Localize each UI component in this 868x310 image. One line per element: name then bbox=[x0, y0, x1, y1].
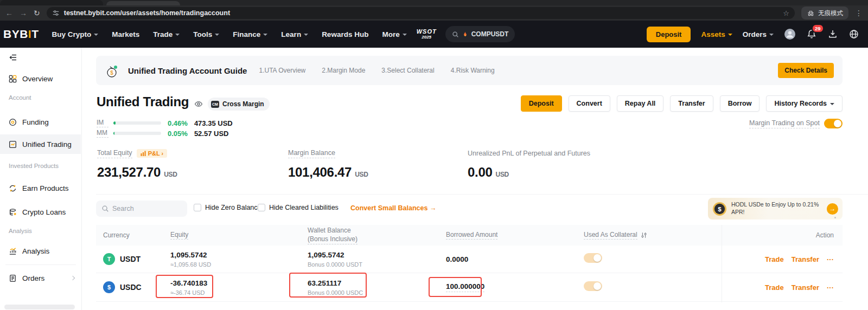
table-row-usdc: $ USDC -36.740183 ≈-36.74 USD 63.251117 … bbox=[96, 273, 843, 302]
deposit-button[interactable]: Deposit bbox=[521, 95, 562, 112]
menu-finance[interactable]: Finance bbox=[233, 30, 267, 38]
nav-orders[interactable]: Orders bbox=[743, 30, 774, 38]
unrealized-pnl-unit: USD bbox=[496, 171, 509, 178]
nav-deposit-button[interactable]: Deposit bbox=[647, 27, 691, 42]
equity-cell: -36.740183 ≈-36.74 USD bbox=[170, 279, 207, 296]
chevron-down-icon bbox=[263, 34, 267, 36]
sidebar-item-overview[interactable]: Overview bbox=[0, 69, 81, 88]
total-equity-label: Total Equity bbox=[97, 149, 132, 158]
chevron-down-icon bbox=[728, 34, 732, 36]
assets-table-body: T USDT 1,095.5742 ≈1,095.68 USD 1,095.57… bbox=[96, 246, 843, 302]
filter-icon[interactable] bbox=[641, 232, 647, 238]
browser-tab[interactable] bbox=[0, 0, 103, 5]
reload-icon[interactable]: ↻ bbox=[34, 9, 40, 17]
wsot-2025-logo[interactable]: WSOT 2025 bbox=[417, 29, 437, 40]
sidebar-item-earn-products[interactable]: Earn Products bbox=[0, 178, 81, 198]
forward-icon[interactable]: → bbox=[20, 9, 27, 17]
collateral-toggle[interactable] bbox=[584, 281, 602, 291]
menu-rewards-hub[interactable]: Rewards Hub bbox=[322, 30, 368, 38]
browser-tab[interactable] bbox=[106, 1, 180, 5]
usde-coin-icon: $ bbox=[712, 202, 727, 216]
margin-balance-value: 101,406.47 bbox=[288, 165, 352, 180]
guide-step-1[interactable]: 1.UTA Overview bbox=[259, 67, 305, 74]
margin-trading-on-spot: Margin Trading on Spot bbox=[749, 119, 843, 128]
bookmark-star-icon[interactable]: ☆ bbox=[783, 9, 789, 17]
section-divider bbox=[96, 194, 868, 195]
sidebar-item-crypto-loans[interactable]: Crypto Loans bbox=[0, 202, 81, 222]
navbar-right: Deposit Assets Orders 29 bbox=[647, 27, 868, 42]
browser-tab-strip bbox=[0, 0, 868, 5]
total-equity-stat: Total Equity P&L › 231,527.70USD bbox=[97, 149, 177, 180]
menu-markets[interactable]: Markets bbox=[112, 30, 139, 38]
margin-mode-badge[interactable]: CM Cross Margin bbox=[208, 98, 270, 111]
toggle-balance-visibility[interactable] bbox=[194, 100, 203, 108]
site-settings-icon bbox=[52, 9, 60, 17]
collateral-toggle[interactable] bbox=[584, 253, 602, 263]
download-app[interactable] bbox=[827, 29, 838, 40]
chevron-down-icon bbox=[769, 34, 774, 36]
menu-tools[interactable]: Tools bbox=[193, 30, 219, 38]
browser-menu-icon[interactable]: ⋮ bbox=[855, 9, 863, 17]
language-globe[interactable] bbox=[848, 29, 859, 40]
header-equity: Equity bbox=[170, 225, 188, 246]
im-percent: 0.46% bbox=[168, 119, 188, 127]
guide-step-3[interactable]: 3.Select Collateral bbox=[381, 67, 434, 74]
margin-trading-toggle[interactable] bbox=[824, 119, 843, 128]
orders-label: Orders bbox=[743, 30, 767, 38]
convert-small-balances-link[interactable]: Convert Small Balances → bbox=[350, 204, 436, 212]
history-records-button[interactable]: History Records bbox=[766, 95, 843, 112]
sidebar-item-analysis[interactable]: Analysis bbox=[0, 241, 81, 261]
notifications-bell[interactable]: 29 bbox=[806, 29, 817, 40]
pnl-badge-label: P&L › bbox=[148, 150, 164, 157]
currency-name: USDC bbox=[120, 283, 142, 292]
hide-cleared-liabilities-checkbox[interactable]: Hide Cleared Liabilities bbox=[258, 204, 339, 211]
asset-search[interactable] bbox=[96, 201, 187, 217]
sidebar-scroll-handle[interactable] bbox=[4, 305, 75, 309]
menu-trade[interactable]: Trade bbox=[153, 30, 180, 38]
sidebar-item-label: Unified Trading bbox=[22, 140, 72, 148]
repay-all-button[interactable]: Repay All bbox=[617, 95, 664, 112]
menu-more[interactable]: More bbox=[382, 30, 406, 38]
more-actions[interactable]: ··· bbox=[827, 255, 834, 263]
usdc-coin-icon: $ bbox=[103, 281, 115, 293]
sidebar-item-label: Overview bbox=[22, 75, 53, 83]
check-details-button[interactable]: Check Details bbox=[778, 63, 834, 78]
guide-step-4[interactable]: 4.Risk Warning bbox=[451, 67, 495, 74]
pnl-badge[interactable]: P&L › bbox=[137, 149, 168, 158]
search-input[interactable] bbox=[112, 205, 172, 212]
search-icon bbox=[101, 205, 109, 212]
sidebar-item-funding[interactable]: Funding bbox=[0, 112, 81, 132]
ticker-search[interactable]: COMPUSDT bbox=[445, 26, 515, 42]
menu-label: Markets bbox=[112, 30, 139, 38]
nav-assets[interactable]: Assets bbox=[701, 30, 732, 38]
bybit-logo[interactable]: BYBIT bbox=[3, 28, 39, 41]
im-label: IM bbox=[97, 119, 108, 127]
collapse-icon bbox=[9, 53, 17, 62]
wallet-balance-cell: 1,095.5742 Bonus 0.0000 USDT bbox=[308, 251, 362, 268]
sidebar: Overview Account Funding Unified Trading… bbox=[0, 48, 82, 310]
trade-link[interactable]: Trade bbox=[765, 283, 784, 292]
borrow-button[interactable]: Borrow bbox=[720, 95, 760, 112]
cross-margin-icon: CM bbox=[211, 101, 219, 108]
menu-learn[interactable]: Learn bbox=[281, 30, 308, 38]
transfer-link[interactable]: Transfer bbox=[792, 283, 819, 292]
transfer-button[interactable]: Transfer bbox=[670, 95, 713, 112]
guide-step-2[interactable]: 2.Margin Mode bbox=[322, 67, 365, 74]
menu-buy-crypto[interactable]: Buy Crypto bbox=[52, 30, 99, 38]
sidebar-item-unified-trading[interactable]: Unified Trading bbox=[0, 134, 81, 154]
transfer-link[interactable]: Transfer bbox=[792, 255, 819, 263]
mm-value: 52.57 USD bbox=[194, 130, 229, 138]
total-equity-value: 231,527.70 bbox=[97, 165, 161, 180]
sidebar-collapse-button[interactable] bbox=[9, 53, 17, 62]
back-icon[interactable]: ← bbox=[5, 9, 13, 17]
address-bar[interactable]: testnet.bybit.com/user/assets/home/tradi… bbox=[47, 7, 795, 19]
trade-link[interactable]: Trade bbox=[765, 255, 784, 263]
more-actions[interactable]: ··· bbox=[827, 283, 834, 292]
hide-zero-balances-checkbox[interactable]: Hide Zero Balances bbox=[194, 204, 265, 211]
promo-arrow-button[interactable]: → bbox=[827, 203, 838, 215]
flame-icon bbox=[462, 31, 468, 38]
convert-button[interactable]: Convert bbox=[569, 95, 610, 112]
sidebar-item-orders[interactable]: Orders bbox=[0, 268, 81, 288]
url-text: testnet.bybit.com/user/assets/home/tradi… bbox=[64, 9, 230, 17]
avatar[interactable] bbox=[784, 28, 796, 40]
